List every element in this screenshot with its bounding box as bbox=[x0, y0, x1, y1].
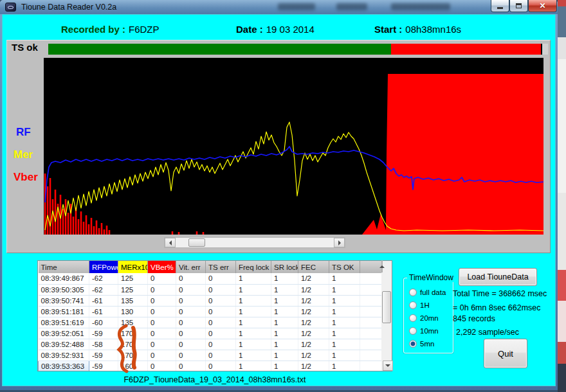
scroll-down-arrow-icon[interactable] bbox=[383, 361, 393, 371]
column-header-freq-lock[interactable]: Freq lock bbox=[236, 261, 271, 273]
radio-label: full data bbox=[420, 289, 446, 296]
close-button[interactable]: ✕ bbox=[528, 0, 557, 12]
screen: Tioune Data Reader V0.2a ✕ Recorded by :… bbox=[0, 0, 566, 392]
radio-button-icon bbox=[409, 314, 417, 322]
cell: 1 bbox=[236, 361, 271, 371]
table-row[interactable]: 08:39:53:363-59160000111/21 bbox=[39, 361, 383, 371]
cell: 0 bbox=[148, 361, 176, 371]
column-header-ts-err[interactable]: TS err bbox=[206, 261, 236, 273]
ts-position-tick bbox=[541, 44, 542, 55]
cell: 1 bbox=[271, 328, 298, 339]
scrollbar-thumb[interactable] bbox=[188, 238, 205, 247]
cell: 1 bbox=[271, 295, 298, 306]
maximize-button[interactable] bbox=[509, 0, 528, 12]
table-row[interactable]: 08:39:52:488-58170000111/21 bbox=[39, 339, 383, 350]
cell: 135 bbox=[118, 317, 148, 328]
chart-h-scrollbar[interactable] bbox=[164, 237, 345, 248]
chart-area bbox=[44, 58, 543, 235]
scroll-up-arrow-icon[interactable] bbox=[381, 260, 383, 272]
cell: 0 bbox=[176, 317, 206, 328]
start-time: Start :08h38mn16s bbox=[374, 24, 461, 35]
table-row[interactable]: 08:39:52:931-59170000111/21 bbox=[39, 350, 383, 361]
cell: 0 bbox=[176, 284, 206, 295]
column-header-rfpower[interactable]: RFPower bbox=[89, 261, 118, 273]
column-header-ts-ok[interactable]: TS OK bbox=[329, 261, 360, 273]
table-row[interactable]: 08:39:52:051-59170000111/21 bbox=[39, 328, 383, 339]
radio-button-icon bbox=[409, 327, 417, 335]
date-label: Date : bbox=[236, 24, 263, 35]
cell bbox=[360, 361, 383, 371]
records-count-text: 845 records bbox=[453, 314, 495, 323]
vber-spike bbox=[172, 231, 174, 235]
chart-svg bbox=[44, 58, 543, 235]
cell: 1/2 bbox=[298, 328, 329, 339]
table-row[interactable]: 08:39:51:181-61130000111/21 bbox=[39, 306, 383, 317]
cell: 1/2 bbox=[298, 350, 329, 361]
table-v-scrollbar[interactable] bbox=[381, 261, 392, 371]
table-row[interactable]: 08:39:51:619-60135000111/21 bbox=[39, 317, 383, 328]
redacted-text bbox=[336, 3, 367, 10]
duration-text: = 0h 6mn 8sec 662msec bbox=[453, 303, 541, 312]
cell: 08:39:51:181 bbox=[39, 306, 89, 317]
cell: 0 bbox=[206, 306, 236, 317]
cell: -61 bbox=[89, 295, 118, 306]
column-header-merx10[interactable]: MERx10 bbox=[118, 261, 148, 273]
title-bar[interactable]: Tioune Data Reader V0.2a ✕ bbox=[0, 0, 558, 14]
minimize-button[interactable] bbox=[491, 0, 509, 12]
quit-button[interactable]: Quit bbox=[484, 339, 527, 368]
cell: 1 bbox=[236, 273, 271, 284]
table-row[interactable]: 08:39:49:867-62125000111/21 bbox=[39, 273, 383, 284]
scroll-right-arrow-icon[interactable] bbox=[334, 238, 345, 247]
vber-spike bbox=[106, 226, 108, 235]
radio-5mn[interactable]: 5mn bbox=[404, 337, 453, 350]
cell: 0 bbox=[176, 350, 206, 361]
cell bbox=[360, 284, 383, 295]
table-row[interactable]: 08:39:50:741-61135000111/21 bbox=[39, 295, 383, 306]
vber-spike bbox=[73, 217, 75, 235]
cell: 08:39:51:619 bbox=[39, 317, 89, 328]
scrollbar-thumb[interactable] bbox=[382, 291, 391, 323]
vber-spike bbox=[78, 219, 80, 235]
radio-full-data[interactable]: full data bbox=[404, 286, 453, 299]
vber-spike bbox=[98, 228, 100, 235]
cell: 1 bbox=[329, 328, 360, 339]
table-row[interactable]: 08:39:50:305-62125000111/21 bbox=[39, 284, 383, 295]
focused-cell: 08:39:53:363 bbox=[39, 361, 89, 371]
ts-ok-label: TS ok bbox=[12, 42, 38, 53]
cell: 08:39:52:931 bbox=[39, 350, 89, 361]
cell: -61 bbox=[89, 306, 118, 317]
ts-progress-bar bbox=[48, 44, 548, 55]
total-time-text: Total Time = 368662 msec bbox=[453, 289, 547, 298]
radio-10mn[interactable]: 10mn bbox=[404, 325, 453, 337]
radio-20mn[interactable]: 20mn bbox=[404, 312, 453, 325]
cell: 0 bbox=[176, 295, 206, 306]
cell: -59 bbox=[89, 328, 118, 339]
start-value: 08h38mn16s bbox=[405, 24, 461, 35]
cell: 0 bbox=[176, 339, 206, 350]
date: Date :19 03 2014 bbox=[236, 24, 315, 35]
vber-spike bbox=[47, 186, 49, 235]
column-header-vit-err[interactable]: Vit. err bbox=[176, 261, 206, 273]
vber-spike bbox=[83, 222, 85, 235]
cell: 0 bbox=[206, 339, 236, 350]
column-header-time[interactable]: Time bbox=[39, 261, 89, 273]
cell: 1 bbox=[271, 350, 298, 361]
vber-spike bbox=[178, 232, 180, 235]
table-header-row: TimeRFPowerMERx10VBer%Vit. errTS errFreq… bbox=[39, 261, 383, 273]
cell: 0 bbox=[148, 350, 176, 361]
cell: 125 bbox=[118, 284, 148, 295]
cell: 170 bbox=[118, 339, 148, 350]
cell: 08:39:52:488 bbox=[39, 339, 89, 350]
cell: 1/2 bbox=[298, 295, 329, 306]
vber-spike bbox=[88, 224, 90, 235]
radio-1h[interactable]: 1H bbox=[404, 299, 453, 312]
column-header-vber-[interactable]: VBer% bbox=[148, 261, 176, 273]
recorded-by-value: F6DZP bbox=[129, 24, 160, 35]
recorded-by-label: Recorded by : bbox=[61, 24, 125, 35]
cell: 0 bbox=[206, 284, 236, 295]
scroll-left-arrow-icon[interactable] bbox=[165, 238, 176, 247]
cell: 08:39:49:867 bbox=[39, 273, 89, 284]
load-tiounedata-button[interactable]: Load TiouneData bbox=[459, 268, 537, 286]
column-header-fec[interactable]: FEC bbox=[298, 261, 329, 273]
column-header-sr-lock[interactable]: SR lock bbox=[271, 261, 298, 273]
